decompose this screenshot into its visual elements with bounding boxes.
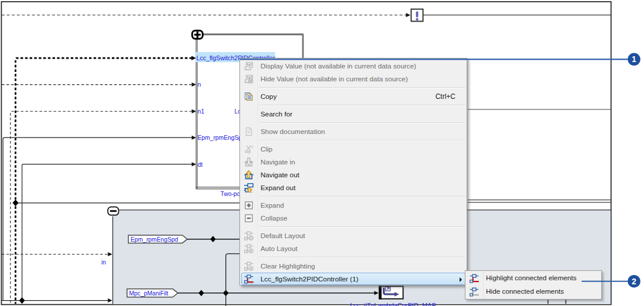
svg-text:Epm_rpmEngSpd: Epm_rpmEngSpd — [131, 236, 179, 243]
svg-text:Epm_rpmEngSpd: Epm_rpmEngSpd — [198, 135, 246, 141]
svg-text:Mpc_pManiFilt: Mpc_pManiFilt — [129, 290, 169, 297]
svg-text:n: n — [198, 81, 201, 88]
svg-text:Lcc_tiTvLambdaCorPID_MAP: Lcc_tiTvLambdaCorPID_MAP — [350, 302, 436, 306]
svg-text:in: in — [101, 259, 106, 266]
svg-text:dt: dt — [198, 161, 203, 168]
svg-text:D: D — [249, 236, 252, 240]
svg-text:A: A — [249, 249, 252, 253]
svg-text:n1: n1 — [198, 108, 205, 115]
